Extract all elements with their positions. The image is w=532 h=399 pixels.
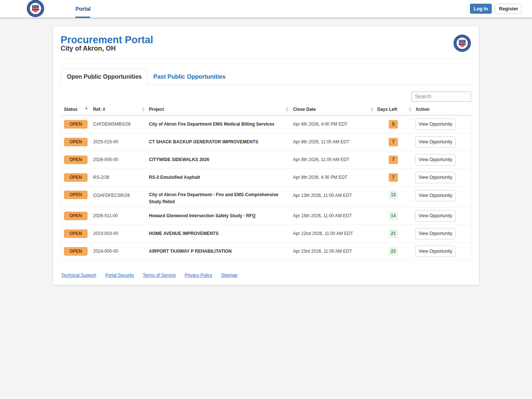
svg-text:AKRON: AKRON <box>32 8 40 11</box>
svg-text:AKRON: AKRON <box>458 43 466 45</box>
